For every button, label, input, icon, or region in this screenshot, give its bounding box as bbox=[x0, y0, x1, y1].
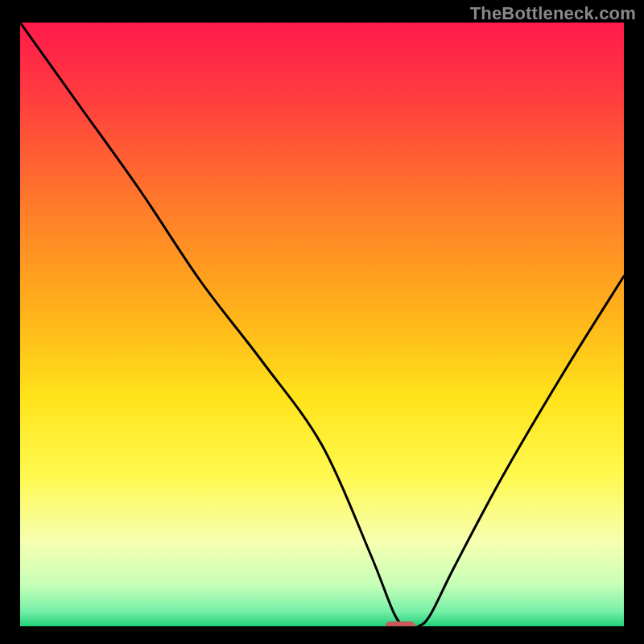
chart-frame: TheBottleneck.com bbox=[0, 0, 644, 644]
optimal-marker bbox=[386, 621, 416, 626]
watermark-text: TheBottleneck.com bbox=[470, 3, 636, 24]
plot-area bbox=[20, 23, 624, 626]
gradient-background bbox=[20, 23, 624, 626]
chart-svg bbox=[20, 23, 624, 626]
